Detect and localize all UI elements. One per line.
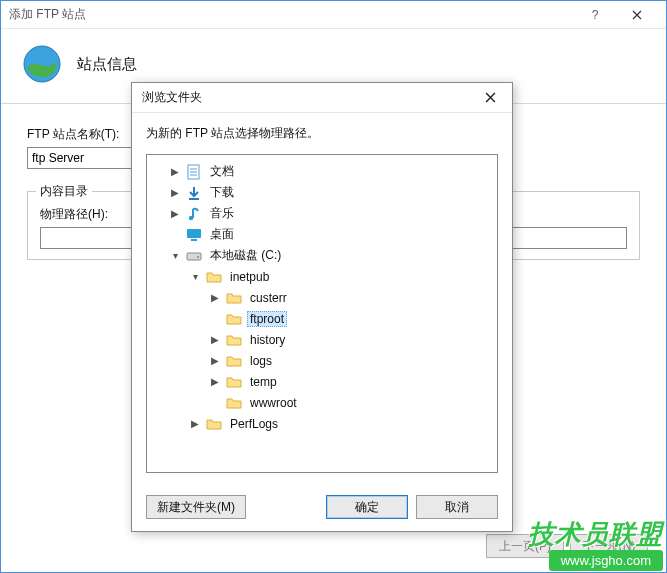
folder-icon: [226, 395, 242, 411]
dialog-body: 为新的 FTP 站点选择物理路径。 ▶ 文档 ▶ 下载: [132, 113, 512, 485]
folder-icon: [226, 311, 242, 327]
tree-item-logs[interactable]: ▶ logs: [209, 350, 491, 371]
tree-label: 桌面: [207, 225, 237, 244]
folder-icon: [226, 332, 242, 348]
tree-label: 文档: [207, 162, 237, 181]
tree-label: wwwroot: [247, 395, 300, 411]
expand-icon[interactable]: ▶: [169, 208, 181, 219]
tree-item-inetpub[interactable]: ▾ inetpub: [189, 266, 491, 287]
folder-icon: [226, 374, 242, 390]
folder-icon: [226, 290, 242, 306]
folder-open-icon: [206, 269, 222, 285]
collapse-icon[interactable]: ▾: [169, 250, 181, 261]
dialog-close-button[interactable]: [478, 86, 502, 110]
tree-item-downloads[interactable]: ▶ 下载: [169, 182, 491, 203]
tree-item-history[interactable]: ▶ history: [209, 329, 491, 350]
tree-label: temp: [247, 374, 280, 390]
close-button[interactable]: [616, 1, 658, 29]
help-button[interactable]: ?: [574, 1, 616, 29]
desktop-icon: [186, 227, 202, 243]
expand-icon[interactable]: ▶: [169, 187, 181, 198]
expand-icon[interactable]: ▶: [209, 334, 221, 345]
tree-label: history: [247, 332, 288, 348]
tree-item-custerr[interactable]: ▶ custerr: [209, 287, 491, 308]
tree-label: inetpub: [227, 269, 272, 285]
folder-icon: [206, 416, 222, 432]
tree-item-local-disk[interactable]: ▾ 本地磁盘 (C:): [169, 245, 491, 266]
expand-icon[interactable]: ▶: [209, 292, 221, 303]
tree-item-temp[interactable]: ▶ temp: [209, 371, 491, 392]
cancel-button[interactable]: 取消: [416, 495, 498, 519]
watermark: 技术员联盟 www.jsgho.com: [528, 517, 663, 571]
svg-rect-9: [191, 239, 197, 241]
tree-item-perflogs[interactable]: ▶ PerfLogs: [189, 413, 491, 434]
window-title: 添加 FTP 站点: [9, 6, 574, 23]
tree-item-documents[interactable]: ▶ 文档: [169, 161, 491, 182]
ok-button[interactable]: 确定: [326, 495, 408, 519]
tree-label: custerr: [247, 290, 290, 306]
expand-icon[interactable]: ▶: [189, 418, 201, 429]
folder-icon: [226, 353, 242, 369]
svg-rect-10: [187, 253, 201, 260]
new-folder-button[interactable]: 新建文件夹(M): [146, 495, 246, 519]
expand-icon[interactable]: ▶: [209, 355, 221, 366]
tree-label: logs: [247, 353, 275, 369]
folder-tree[interactable]: ▶ 文档 ▶ 下载 ▶ 音乐: [146, 154, 498, 473]
tree-item-ftproot[interactable]: ▶ ftproot: [209, 308, 491, 329]
expand-icon[interactable]: ▶: [169, 166, 181, 177]
drive-icon: [186, 248, 202, 264]
dialog-button-row: 新建文件夹(M) 确定 取消: [132, 485, 512, 531]
dialog-title-bar: 浏览文件夹: [132, 83, 512, 113]
browse-folder-dialog: 浏览文件夹 为新的 FTP 站点选择物理路径。 ▶ 文档 ▶: [131, 82, 513, 532]
tree-label: ftproot: [247, 311, 287, 327]
tree-label: 本地磁盘 (C:): [207, 246, 284, 265]
watermark-url: www.jsgho.com: [549, 550, 663, 571]
document-icon: [186, 164, 202, 180]
collapse-icon[interactable]: ▾: [189, 271, 201, 282]
wizard-title: 站点信息: [77, 55, 137, 74]
watermark-text: 技术员联盟: [528, 517, 663, 552]
window-title-bar: 添加 FTP 站点 ?: [1, 1, 666, 29]
tree-item-wwwroot[interactable]: ▶ wwwroot: [209, 392, 491, 413]
tree-label: PerfLogs: [227, 416, 281, 432]
svg-point-11: [197, 256, 199, 258]
tree-label: 下载: [207, 183, 237, 202]
tree-label: 音乐: [207, 204, 237, 223]
expand-icon[interactable]: ▶: [209, 376, 221, 387]
close-icon: [632, 10, 642, 20]
music-icon: [186, 206, 202, 222]
content-dir-legend: 内容目录: [36, 183, 92, 200]
svg-point-7: [189, 215, 193, 219]
close-icon: [485, 92, 496, 103]
tree-item-desktop[interactable]: ▶ 桌面: [169, 224, 491, 245]
dialog-prompt: 为新的 FTP 站点选择物理路径。: [146, 125, 498, 142]
globe-icon: [21, 43, 63, 85]
dialog-title: 浏览文件夹: [142, 89, 478, 106]
tree-item-music[interactable]: ▶ 音乐: [169, 203, 491, 224]
download-icon: [186, 185, 202, 201]
svg-rect-8: [187, 229, 201, 238]
